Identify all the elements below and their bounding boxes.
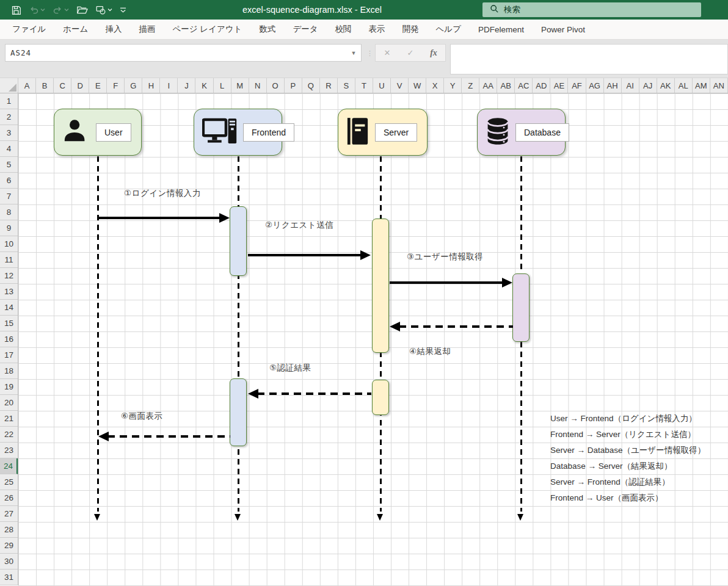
column-header-S[interactable]: S xyxy=(338,78,355,93)
message-arrow-5[interactable] xyxy=(257,392,371,395)
row-header-18[interactable]: 18 xyxy=(0,363,18,379)
row-header-8[interactable]: 8 xyxy=(0,204,18,220)
message-arrow-4[interactable] xyxy=(399,325,513,328)
column-header-V[interactable]: V xyxy=(391,78,409,93)
row-header-17[interactable]: 17 xyxy=(0,347,18,363)
column-header-H[interactable]: H xyxy=(142,78,160,93)
message-arrow-1[interactable] xyxy=(98,217,220,219)
row-header-29[interactable]: 29 xyxy=(0,538,18,554)
name-box[interactable]: AS24 ▼ xyxy=(5,44,362,62)
redo-icon[interactable] xyxy=(50,3,71,17)
column-header-AB[interactable]: AB xyxy=(497,78,515,93)
row-header-2[interactable]: 2 xyxy=(0,109,18,125)
column-header-K[interactable]: K xyxy=(195,78,213,93)
ribbon-tab-2[interactable]: ホーム xyxy=(54,20,96,40)
row-header-30[interactable]: 30 xyxy=(0,554,18,570)
row-header-28[interactable]: 28 xyxy=(0,522,18,538)
ribbon-tab-1[interactable]: ファイル xyxy=(4,20,54,40)
ribbon-tab-6[interactable]: 数式 xyxy=(250,20,284,40)
row-header-26[interactable]: 26 xyxy=(0,490,18,506)
column-header-AD[interactable]: AD xyxy=(533,78,550,93)
ribbon-tab-4[interactable]: 描画 xyxy=(130,20,164,40)
column-header-U[interactable]: U xyxy=(373,78,391,93)
column-header-AG[interactable]: AG xyxy=(586,78,604,93)
activation-server-2[interactable] xyxy=(372,219,389,353)
actor-label-database[interactable]: Database xyxy=(515,123,569,142)
actor-database[interactable]: Database xyxy=(477,109,566,156)
row-header-6[interactable]: 6 xyxy=(0,173,18,189)
actor-label-frontend[interactable]: Frontend xyxy=(243,123,294,142)
column-header-G[interactable]: G xyxy=(125,78,142,93)
message-label-2[interactable]: ②リクエスト送信 xyxy=(265,220,333,231)
column-header-B[interactable]: B xyxy=(36,78,54,93)
actor-server[interactable]: Server xyxy=(338,109,428,156)
ribbon-tab-13[interactable]: Power Pivot xyxy=(533,20,594,40)
ribbon-tab-12[interactable]: PDFelement xyxy=(470,20,533,40)
row-header-23[interactable]: 23 xyxy=(0,443,18,458)
row-header-1[interactable]: 1 xyxy=(0,93,18,109)
row-header-20[interactable]: 20 xyxy=(0,395,18,411)
message-label-4[interactable]: ④結果返却 xyxy=(409,346,451,357)
column-header-AI[interactable]: AI xyxy=(622,78,639,93)
row-header-3[interactable]: 3 xyxy=(0,125,18,141)
row-header-12[interactable]: 12 xyxy=(0,268,18,284)
cancel-icon[interactable]: ✕ xyxy=(378,48,396,57)
message-label-5[interactable]: ⑤認証結果 xyxy=(269,363,311,374)
column-header-AH[interactable]: AH xyxy=(604,78,622,93)
row-header-5[interactable]: 5 xyxy=(0,157,18,173)
column-header-X[interactable]: X xyxy=(426,78,444,93)
insert-function-icon[interactable]: fx xyxy=(424,48,443,58)
column-header-L[interactable]: L xyxy=(214,78,231,93)
column-header-F[interactable]: F xyxy=(107,78,125,93)
row-header-7[interactable]: 7 xyxy=(0,189,18,204)
shapes-icon[interactable] xyxy=(93,3,115,17)
column-header-P[interactable]: P xyxy=(285,78,302,93)
row-header-9[interactable]: 9 xyxy=(0,220,18,236)
row-header-11[interactable]: 11 xyxy=(0,252,18,268)
column-header-AE[interactable]: AE xyxy=(550,78,568,93)
message-arrow-3[interactable] xyxy=(390,281,503,284)
customize-qat-icon[interactable] xyxy=(117,5,129,15)
column-header-AJ[interactable]: AJ xyxy=(639,78,657,93)
column-header-Y[interactable]: Y xyxy=(444,78,462,93)
column-header-M[interactable]: M xyxy=(231,78,249,93)
row-header-14[interactable]: 14 xyxy=(0,300,18,316)
actor-label-server[interactable]: Server xyxy=(375,123,417,142)
save-icon[interactable] xyxy=(9,3,24,17)
actor-label-user[interactable]: User xyxy=(96,123,131,142)
activation-frontend-1[interactable] xyxy=(230,206,247,276)
row-header-31[interactable]: 31 xyxy=(0,570,18,585)
row-header-24[interactable]: 24 xyxy=(0,458,18,474)
column-header-R[interactable]: R xyxy=(320,78,338,93)
message-arrow-6[interactable] xyxy=(107,435,230,438)
column-header-AC[interactable]: AC xyxy=(515,78,533,93)
row-header-19[interactable]: 19 xyxy=(0,379,18,395)
ribbon-tab-9[interactable]: 表示 xyxy=(360,20,394,40)
row-header-27[interactable]: 27 xyxy=(0,506,18,522)
enter-icon[interactable]: ✓ xyxy=(401,48,420,57)
row-header-25[interactable]: 25 xyxy=(0,474,18,490)
message-label-6[interactable]: ⑥画面表示 xyxy=(121,411,163,422)
name-box-dropdown-icon[interactable]: ▼ xyxy=(346,50,361,56)
search-box[interactable]: 検索 xyxy=(482,2,701,17)
column-header-AF[interactable]: AF xyxy=(568,78,586,93)
undo-icon[interactable] xyxy=(26,3,48,17)
row-header-13[interactable]: 13 xyxy=(0,284,18,300)
activation-server-4[interactable] xyxy=(372,380,389,415)
message-label-3[interactable]: ③ユーザー情報取得 xyxy=(407,251,483,262)
column-header-Q[interactable]: Q xyxy=(302,78,320,93)
column-header-O[interactable]: O xyxy=(267,78,285,93)
message-label-1[interactable]: ①ログイン情報入力 xyxy=(124,188,201,199)
ribbon-tab-7[interactable]: データ xyxy=(284,20,326,40)
activation-database-3[interactable] xyxy=(512,273,530,342)
row-header-16[interactable]: 16 xyxy=(0,331,18,347)
column-header-T[interactable]: T xyxy=(355,78,373,93)
row-header-22[interactable]: 22 xyxy=(0,427,18,443)
ribbon-tab-5[interactable]: ページ レイアウト xyxy=(164,20,250,40)
column-header-C[interactable]: C xyxy=(54,78,71,93)
row-header-10[interactable]: 10 xyxy=(0,236,18,252)
column-header-AK[interactable]: AK xyxy=(657,78,675,93)
open-file-icon[interactable] xyxy=(74,3,90,17)
column-header-E[interactable]: E xyxy=(89,78,107,93)
select-all-corner[interactable] xyxy=(0,78,18,93)
